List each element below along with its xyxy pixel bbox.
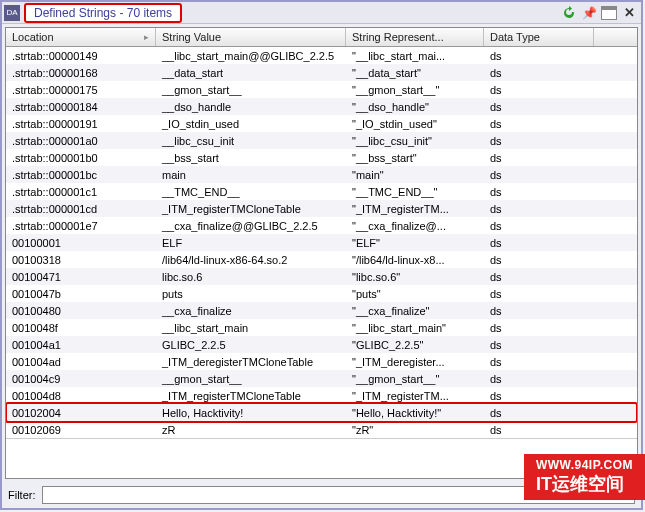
table-row[interactable]: 00100480__cxa_finalize"__cxa_finalize"ds <box>6 302 637 319</box>
table-row[interactable]: 00102069zR"zR"ds <box>6 421 637 438</box>
cell-dt: ds <box>484 134 594 148</box>
cell-rep: "Hello, Hacktivity!" <box>346 406 484 420</box>
cell-val: _ITM_deregisterTMCloneTable <box>156 355 346 369</box>
window-icon <box>601 6 617 20</box>
cell-val: __cxa_finalize@@GLIBC_2.2.5 <box>156 219 346 233</box>
cell-val: __libc_start_main@@GLIBC_2.2.5 <box>156 49 346 63</box>
table-row[interactable]: 00102004Hello, Hacktivity!"Hello, Hackti… <box>6 404 637 421</box>
table-row[interactable]: .strtab::00000175__gmon_start__"__gmon_s… <box>6 81 637 98</box>
cell-rep: "_ITM_registerTM... <box>346 389 484 403</box>
cell-rep: "__data_start" <box>346 66 484 80</box>
watermark: WWW.94IP.COM IT运维空间 <box>524 454 645 500</box>
cell-loc: .strtab::000001e7 <box>6 219 156 233</box>
cell-dt: ds <box>484 49 594 63</box>
cell-loc: 00100480 <box>6 304 156 318</box>
table-row[interactable]: .strtab::000001e7__cxa_finalize@@GLIBC_2… <box>6 217 637 234</box>
table-row[interactable]: 001004d8_ITM_registerTMCloneTable"_ITM_r… <box>6 387 637 404</box>
cell-loc: 0010048f <box>6 321 156 335</box>
table-row[interactable]: 001004ad_ITM_deregisterTMCloneTable"_ITM… <box>6 353 637 370</box>
cell-loc: .strtab::00000149 <box>6 49 156 63</box>
cell-rep: "_ITM_registerTM... <box>346 202 484 216</box>
cell-dt: ds <box>484 117 594 131</box>
table-row[interactable]: 00100001ELF"ELF"ds <box>6 234 637 251</box>
cell-dt: ds <box>484 321 594 335</box>
close-button[interactable]: ✕ <box>620 5 638 21</box>
cell-rep: "/lib64/ld-linux-x8... <box>346 253 484 267</box>
cell-loc: 00102004 <box>6 406 156 420</box>
cell-val: __dso_handle <box>156 100 346 114</box>
cell-dt: ds <box>484 253 594 267</box>
cell-rep: "__cxa_finalize@... <box>346 219 484 233</box>
table-row[interactable]: .strtab::000001bcmain"main"ds <box>6 166 637 183</box>
table-row[interactable]: .strtab::000001c1__TMC_END__"__TMC_END__… <box>6 183 637 200</box>
cell-loc: 00100318 <box>6 253 156 267</box>
table-row[interactable]: 001004a1GLIBC_2.2.5"GLIBC_2.2.5"ds <box>6 336 637 353</box>
cell-dt: ds <box>484 270 594 284</box>
strings-table: Location ▸ String Value String Represent… <box>5 27 638 479</box>
table-body: .strtab::00000149__libc_start_main@@GLIB… <box>6 47 637 438</box>
column-repr[interactable]: String Represent... <box>346 28 484 46</box>
refresh-button[interactable] <box>560 5 578 21</box>
cell-loc: .strtab::00000175 <box>6 83 156 97</box>
cell-val: Hello, Hacktivity! <box>156 406 346 420</box>
cell-val: __libc_csu_init <box>156 134 346 148</box>
cell-dt: ds <box>484 151 594 165</box>
table-row[interactable]: 001004c9__gmon_start__"__gmon_start__"ds <box>6 370 637 387</box>
cell-val: main <box>156 168 346 182</box>
cell-rep: "ELF" <box>346 236 484 250</box>
table-row[interactable]: .strtab::000001cd_ITM_registerTMCloneTab… <box>6 200 637 217</box>
cell-loc: 00102069 <box>6 423 156 437</box>
cell-loc: 001004c9 <box>6 372 156 386</box>
cell-rep: "main" <box>346 168 484 182</box>
cell-loc: .strtab::000001c1 <box>6 185 156 199</box>
scroll-hint <box>6 438 637 452</box>
table-header: Location ▸ String Value String Represent… <box>6 28 637 47</box>
cell-dt: ds <box>484 355 594 369</box>
cell-rep: "__gmon_start__" <box>346 83 484 97</box>
cell-dt: ds <box>484 66 594 80</box>
table-row[interactable]: .strtab::00000168__data_start"__data_sta… <box>6 64 637 81</box>
cell-loc: 0010047b <box>6 287 156 301</box>
cell-val: puts <box>156 287 346 301</box>
watermark-url: WWW.94IP.COM <box>536 458 633 472</box>
table-row[interactable]: 00100471libc.so.6"libc.so.6"ds <box>6 268 637 285</box>
cell-val: __cxa_finalize <box>156 304 346 318</box>
column-location[interactable]: Location ▸ <box>6 28 156 46</box>
cell-dt: ds <box>484 219 594 233</box>
table-row[interactable]: 0010047bputs"puts"ds <box>6 285 637 302</box>
window-button[interactable] <box>600 5 618 21</box>
column-datatype[interactable]: Data Type <box>484 28 594 46</box>
sort-icon: ▸ <box>144 32 149 42</box>
cell-val: GLIBC_2.2.5 <box>156 338 346 352</box>
column-value[interactable]: String Value <box>156 28 346 46</box>
cell-rep: "libc.so.6" <box>346 270 484 284</box>
table-row[interactable]: .strtab::00000191_IO_stdin_used"_IO_stdi… <box>6 115 637 132</box>
cell-rep: "__dso_handle" <box>346 100 484 114</box>
cell-val: __TMC_END__ <box>156 185 346 199</box>
cell-dt: ds <box>484 236 594 250</box>
cell-loc: 001004ad <box>6 355 156 369</box>
watermark-cn: IT运维空间 <box>536 472 633 496</box>
table-row[interactable]: .strtab::00000184__dso_handle"__dso_hand… <box>6 98 637 115</box>
table-row[interactable]: .strtab::000001b0__bss_start"__bss_start… <box>6 149 637 166</box>
filter-label: Filter: <box>8 489 36 501</box>
cell-loc: 001004a1 <box>6 338 156 352</box>
table-row[interactable]: .strtab::000001a0__libc_csu_init"__libc_… <box>6 132 637 149</box>
cell-rep: "__gmon_start__" <box>346 372 484 386</box>
cell-dt: ds <box>484 202 594 216</box>
table-row[interactable]: 0010048f__libc_start_main"__libc_start_m… <box>6 319 637 336</box>
cell-val: ELF <box>156 236 346 250</box>
panel-title: Defined Strings - 70 items <box>24 3 182 23</box>
refresh-icon <box>562 6 576 20</box>
table-row[interactable]: 00100318/lib64/ld-linux-x86-64.so.2"/lib… <box>6 251 637 268</box>
cell-rep: "__libc_start_mai... <box>346 49 484 63</box>
table-row[interactable]: .strtab::00000149__libc_start_main@@GLIB… <box>6 47 637 64</box>
cell-loc: .strtab::00000191 <box>6 117 156 131</box>
cell-rep: "_IO_stdin_used" <box>346 117 484 131</box>
pin-button[interactable]: 📌 <box>580 5 598 21</box>
cell-val: zR <box>156 423 346 437</box>
cell-loc: .strtab::00000184 <box>6 100 156 114</box>
cell-rep: "__libc_start_main" <box>346 321 484 335</box>
cell-rep: "puts" <box>346 287 484 301</box>
cell-loc: .strtab::000001bc <box>6 168 156 182</box>
